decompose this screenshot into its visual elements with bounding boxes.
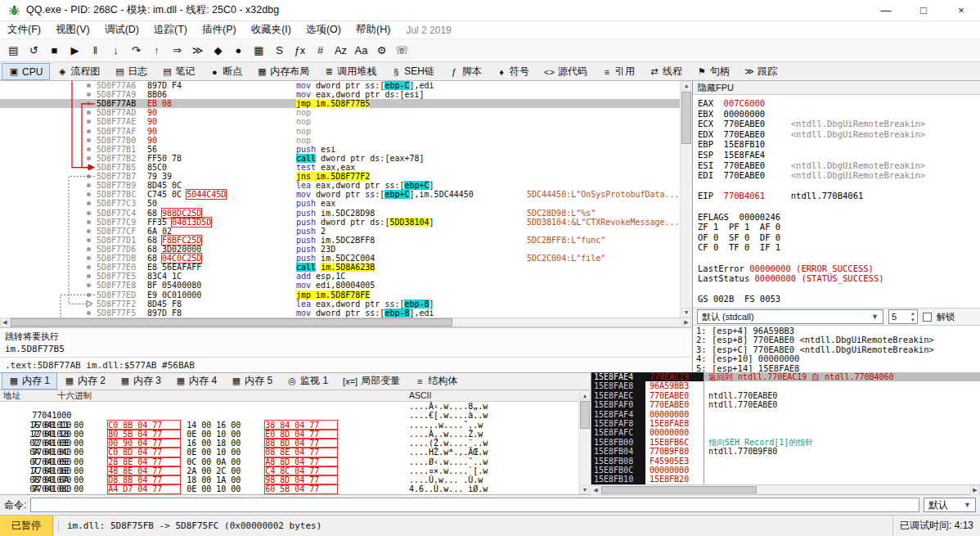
breakpoint-dot[interactable] — [87, 302, 91, 306]
register-row[interactable]: EIP 770B4061 ntdll.770B4061 — [698, 191, 975, 201]
breakpoint-dot[interactable] — [87, 229, 91, 233]
tab-references[interactable]: ≡ 引用 — [595, 63, 642, 80]
breakpoint-dot[interactable] — [87, 101, 91, 106]
stack-row[interactable]: 15E8FB00 15E8FB6C — [591, 438, 704, 447]
disasm-row[interactable]: 5D8F77D1 68 F8BFC25D push im.5DC2BFF8 5D… — [0, 236, 691, 245]
stack-row[interactable]: 15E8FB08 F45905E3 — [591, 457, 704, 466]
disasm-row[interactable]: 5D8F77C3 50 push eax — [0, 199, 691, 208]
breakpoint-dot[interactable] — [87, 211, 91, 215]
stack-comment-row[interactable]: 指向SEH_Record[1]的指针 — [704, 438, 980, 447]
memory-dump-row[interactable]: 77041040 0C 00 0E 0028 8E 04 770C 00 0A … — [0, 439, 591, 448]
breakpoint-dot[interactable] — [87, 165, 91, 169]
menu-item[interactable]: 帮助(H) — [348, 21, 398, 38]
tab-threads[interactable]: ⇄ 线程 — [642, 63, 690, 80]
breakpoint-dot[interactable] — [87, 238, 91, 242]
run-to-user-icon[interactable]: ⇒ — [167, 41, 187, 61]
register-row[interactable]: EBX 00000000 — [698, 109, 975, 119]
disasm-row[interactable]: 5D8F77D6 68 3D020000 push 23D — [0, 245, 691, 254]
disasm-row[interactable]: 5D8F77A9 8B06 mov eax,dword ptr ds:[esi] — [0, 90, 691, 99]
menu-item[interactable]: 调试(D) — [97, 21, 146, 38]
open-file-icon[interactable]: ▤ — [3, 41, 24, 61]
tab-script[interactable]: ƒ 脚本 — [442, 63, 489, 80]
scroll-thumb[interactable] — [580, 401, 590, 429]
disasm-row[interactable]: 5D8F77CF 6A 02 push 2 — [0, 227, 691, 236]
close-button[interactable]: × — [942, 0, 980, 20]
stack-row[interactable]: 15E8FAE4 770EAC19 — [591, 372, 704, 381]
memory-map-icon[interactable]: ▦ — [249, 41, 269, 61]
menu-item[interactable]: 追踪(T) — [146, 21, 195, 38]
disasm-vertical-scrollbar[interactable]: ▲ ▼ — [680, 81, 691, 318]
register-row[interactable]: ZF 1 PF 1 AF 0 — [698, 222, 975, 232]
memory-dump-row[interactable]: 77041000 16 00 11 00C0 8B 04 7714 00 16 … — [0, 402, 591, 411]
menu-item[interactable]: 视图(V) — [48, 21, 97, 38]
memory-dump-row[interactable]: 77041090 34 00 36 000C D9 04 771E 00 20 … — [0, 484, 591, 493]
memory-dump-row[interactable]: 77041060 08 00 0A 00D8 8B 04 7718 00 1A … — [0, 457, 591, 466]
stack-comment-row[interactable]: 返回到 ntdll.770EAC19 自 ntdll.770B4060 — [704, 372, 980, 381]
maximize-button[interactable]: □ — [905, 0, 942, 20]
stack-comments-pane[interactable]: 返回到 ntdll.770EAC19 自 ntdll.770B4060 ntdl… — [704, 372, 980, 484]
tab-symbols[interactable]: ♦ 符号 — [489, 63, 537, 80]
disasm-row[interactable]: 5D8F77E0 E8 56EAFAFF call im.5D8A623B — [0, 263, 691, 272]
breakpoint-dot[interactable] — [87, 283, 91, 287]
tab-memory-map[interactable]: ▦ 内存布局 — [249, 63, 317, 80]
script-fx-icon[interactable]: ƒx — [290, 41, 310, 61]
register-row[interactable] — [698, 201, 975, 212]
tab-struct[interactable]: ≡ 结构体 — [407, 372, 465, 390]
register-row[interactable]: CF 0 TF 0 IF 1 — [698, 242, 975, 253]
breakpoint-dot[interactable] — [87, 183, 91, 187]
register-row[interactable]: EFLAGS 00000246 — [698, 212, 975, 223]
run-icon[interactable]: ▶ — [65, 41, 85, 61]
unlock-checkbox[interactable] — [923, 313, 932, 322]
stack-comment-row[interactable] — [704, 457, 980, 466]
calling-convention-select[interactable]: 默认 (stdcall) ▼ — [697, 309, 883, 324]
breakpoint-dot[interactable] — [87, 174, 91, 178]
stack-argument-row[interactable]: 4: [esp+10] 00000000 — [693, 354, 980, 363]
memory-dump-row[interactable]: 77041020 02 00 0E 0000 90 04 7716 00 18 … — [0, 421, 591, 430]
disasm-row[interactable]: 5D8F77F5 897D F8 mov dword ptr ss:[ebp-8… — [0, 309, 691, 318]
stack-comment-row[interactable]: ntdll.770EABE0 — [704, 391, 980, 400]
tab-dump-1[interactable]: ▦ 内存 1 — [2, 372, 57, 390]
stack-comment-row[interactable] — [704, 419, 980, 428]
tab-log[interactable]: ▤ 日志 — [107, 63, 155, 80]
menu-item[interactable]: 插件(P) — [195, 21, 244, 38]
register-row[interactable]: ESI 770EABE0 <ntdll.DbgUiRemoteBreakin> — [698, 160, 975, 171]
stack-comment-row[interactable] — [704, 410, 980, 419]
command-input[interactable] — [30, 498, 919, 512]
step-into-icon[interactable]: ↓ — [106, 41, 126, 61]
breakpoint-dot[interactable] — [87, 274, 91, 278]
register-row[interactable]: EBP 15E8FB10 — [698, 139, 975, 150]
disasm-row[interactable]: 5D8F77E8 BF 05400080 mov edi,80004005 — [0, 281, 691, 290]
memory-dump-row[interactable]: 77041070 0A 00 0C 00A4 D7 04 770E 00 10 … — [0, 466, 591, 475]
stack-row[interactable]: 15E8FAEC 770EABE0 — [591, 391, 704, 400]
register-row[interactable] — [698, 181, 975, 191]
scroll-thumb[interactable] — [601, 486, 757, 493]
breakpoint-dot[interactable] — [87, 110, 91, 115]
disasm-row[interactable]: 5D8F77C4 68 988DC25D push im.5DC28D98 5D… — [0, 209, 691, 218]
memory-dump-row[interactable]: 77041080 1C 00 1E 000C D9 04 771E 00 20 … — [0, 475, 591, 484]
scroll-up-arrow-icon[interactable]: ▲ — [580, 390, 590, 400]
disasm-row[interactable]: 5D8F77AF 90 nop — [0, 127, 691, 136]
tab-handles[interactable]: ⚑ 句柄 — [690, 63, 737, 80]
stepper-arrows-icon[interactable]: ▲▼ — [910, 310, 915, 323]
tab-notes[interactable]: ▤ 笔记 — [155, 63, 202, 80]
hide-fpu-button[interactable]: 隐藏FPU — [693, 81, 980, 95]
scroll-thumb[interactable] — [11, 318, 452, 327]
breakpoint-dot[interactable] — [87, 83, 91, 88]
scroll-thumb[interactable] — [681, 92, 691, 144]
tab-cpu[interactable]: ▣ CPU — [2, 63, 50, 80]
disassembly-pane[interactable]: 5D8F77A6 897D F4 mov dword ptr ss:[ebp-C… — [0, 81, 691, 318]
breakpoint-dot[interactable] — [87, 311, 91, 315]
stack-pane[interactable]: 15E8FAE4 770EAC19 15E8FAE8 96A59BB3 15E8… — [591, 372, 704, 484]
stack-row[interactable]: 15E8FB10 15E8FB20 — [591, 475, 704, 484]
breakpoint-dot[interactable] — [87, 220, 91, 224]
breakpoint-dot[interactable] — [87, 201, 91, 205]
register-row[interactable] — [698, 284, 975, 295]
scroll-left-arrow-icon[interactable]: ◀ — [591, 485, 600, 495]
tab-dump-3[interactable]: ▦ 内存 3 — [113, 372, 169, 390]
scroll-right-arrow-icon[interactable]: ▶ — [681, 318, 691, 327]
register-row[interactable]: GS 002B FS 0053 — [698, 294, 975, 304]
patches-icon[interactable]: # — [310, 41, 330, 61]
restart-icon[interactable]: ↺ — [24, 41, 44, 61]
register-row[interactable] — [698, 253, 975, 263]
tab-dump-2[interactable]: ▦ 内存 2 — [57, 372, 113, 390]
